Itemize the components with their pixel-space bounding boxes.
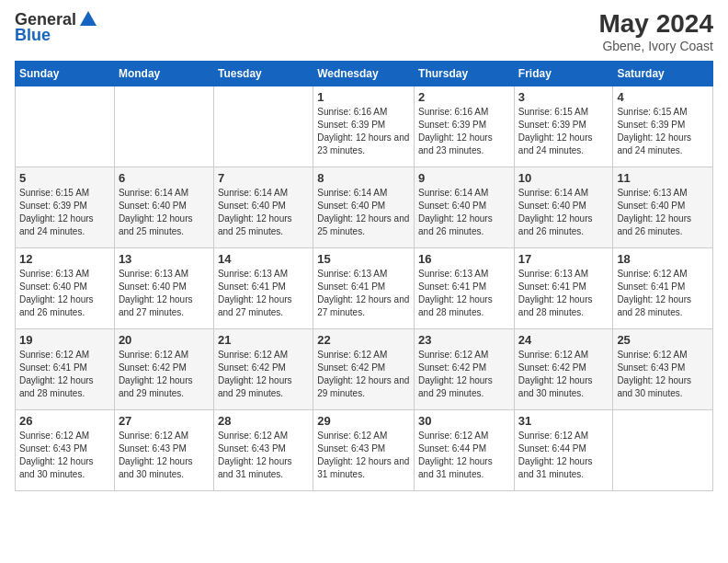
table-row: 10Sunrise: 6:14 AMSunset: 6:40 PMDayligh…: [514, 167, 613, 248]
day-number: 11: [617, 171, 709, 185]
calendar-week-row: 26Sunrise: 6:12 AMSunset: 6:43 PMDayligh…: [16, 410, 713, 491]
day-info: Sunrise: 6:13 AMSunset: 6:41 PMDaylight:…: [218, 268, 309, 319]
day-number: 27: [119, 414, 210, 428]
day-info: Sunrise: 6:12 AMSunset: 6:43 PMDaylight:…: [19, 430, 110, 481]
col-tuesday: Tuesday: [213, 62, 313, 86]
day-info: Sunrise: 6:14 AMSunset: 6:40 PMDaylight:…: [418, 187, 510, 238]
table-row: 2Sunrise: 6:16 AMSunset: 6:39 PMDaylight…: [415, 86, 515, 167]
day-number: 3: [518, 90, 609, 104]
day-number: 6: [119, 171, 210, 185]
table-row: 1Sunrise: 6:16 AMSunset: 6:39 PMDaylight…: [313, 86, 415, 167]
table-row: 31Sunrise: 6:12 AMSunset: 6:44 PMDayligh…: [514, 410, 613, 491]
header: General Blue May 2024 Gbene, Ivory Coast: [15, 9, 713, 53]
table-row: 18Sunrise: 6:12 AMSunset: 6:41 PMDayligh…: [613, 248, 713, 329]
table-row: 26Sunrise: 6:12 AMSunset: 6:43 PMDayligh…: [16, 410, 115, 491]
table-row: 11Sunrise: 6:13 AMSunset: 6:40 PMDayligh…: [613, 167, 713, 248]
table-row: 9Sunrise: 6:14 AMSunset: 6:40 PMDaylight…: [415, 167, 515, 248]
col-thursday: Thursday: [415, 62, 515, 86]
day-number: 12: [19, 252, 110, 266]
table-row: 22Sunrise: 6:12 AMSunset: 6:42 PMDayligh…: [313, 329, 415, 410]
day-info: Sunrise: 6:13 AMSunset: 6:40 PMDaylight:…: [617, 187, 709, 238]
table-row: 14Sunrise: 6:13 AMSunset: 6:41 PMDayligh…: [213, 248, 313, 329]
page: General Blue May 2024 Gbene, Ivory Coast…: [0, 0, 728, 563]
table-row: 3Sunrise: 6:15 AMSunset: 6:39 PMDaylight…: [514, 86, 613, 167]
location: Gbene, Ivory Coast: [598, 39, 713, 53]
table-row: 16Sunrise: 6:13 AMSunset: 6:41 PMDayligh…: [415, 248, 515, 329]
day-info: Sunrise: 6:15 AMSunset: 6:39 PMDaylight:…: [617, 106, 709, 157]
day-number: 4: [617, 90, 709, 104]
day-info: Sunrise: 6:14 AMSunset: 6:40 PMDaylight:…: [119, 187, 210, 238]
calendar-table: Sunday Monday Tuesday Wednesday Thursday…: [15, 61, 713, 491]
day-number: 1: [317, 90, 410, 104]
day-info: Sunrise: 6:14 AMSunset: 6:40 PMDaylight:…: [518, 187, 609, 238]
day-info: Sunrise: 6:13 AMSunset: 6:41 PMDaylight:…: [317, 268, 410, 319]
day-info: Sunrise: 6:12 AMSunset: 6:42 PMDaylight:…: [518, 349, 609, 400]
svg-marker-0: [80, 11, 97, 26]
day-number: 10: [518, 171, 609, 185]
day-info: Sunrise: 6:12 AMSunset: 6:42 PMDaylight:…: [418, 349, 510, 400]
calendar-week-row: 12Sunrise: 6:13 AMSunset: 6:40 PMDayligh…: [16, 248, 713, 329]
day-number: 23: [418, 333, 510, 347]
logo-icon: [78, 9, 98, 29]
day-info: Sunrise: 6:12 AMSunset: 6:42 PMDaylight:…: [119, 349, 210, 400]
day-info: Sunrise: 6:13 AMSunset: 6:40 PMDaylight:…: [19, 268, 110, 319]
day-info: Sunrise: 6:12 AMSunset: 6:42 PMDaylight:…: [317, 349, 410, 400]
col-saturday: Saturday: [613, 62, 713, 86]
day-info: Sunrise: 6:12 AMSunset: 6:44 PMDaylight:…: [518, 430, 609, 481]
day-number: 18: [617, 252, 709, 266]
table-row: 21Sunrise: 6:12 AMSunset: 6:42 PMDayligh…: [213, 329, 313, 410]
day-info: Sunrise: 6:12 AMSunset: 6:43 PMDaylight:…: [119, 430, 210, 481]
day-info: Sunrise: 6:13 AMSunset: 6:40 PMDaylight:…: [119, 268, 210, 319]
day-info: Sunrise: 6:13 AMSunset: 6:41 PMDaylight:…: [518, 268, 609, 319]
day-info: Sunrise: 6:12 AMSunset: 6:43 PMDaylight:…: [218, 430, 309, 481]
day-number: 9: [418, 171, 510, 185]
day-info: Sunrise: 6:14 AMSunset: 6:40 PMDaylight:…: [218, 187, 309, 238]
table-row: 12Sunrise: 6:13 AMSunset: 6:40 PMDayligh…: [16, 248, 115, 329]
col-friday: Friday: [514, 62, 613, 86]
day-number: 5: [19, 171, 110, 185]
day-number: 21: [218, 333, 309, 347]
table-row: 8Sunrise: 6:14 AMSunset: 6:40 PMDaylight…: [313, 167, 415, 248]
table-row: 24Sunrise: 6:12 AMSunset: 6:42 PMDayligh…: [514, 329, 613, 410]
table-row: 25Sunrise: 6:12 AMSunset: 6:43 PMDayligh…: [613, 329, 713, 410]
table-row: 5Sunrise: 6:15 AMSunset: 6:39 PMDaylight…: [16, 167, 115, 248]
day-info: Sunrise: 6:13 AMSunset: 6:41 PMDaylight:…: [418, 268, 510, 319]
table-row: [613, 410, 713, 491]
table-row: 23Sunrise: 6:12 AMSunset: 6:42 PMDayligh…: [415, 329, 515, 410]
calendar-header-row: Sunday Monday Tuesday Wednesday Thursday…: [16, 62, 713, 86]
table-row: 4Sunrise: 6:15 AMSunset: 6:39 PMDaylight…: [613, 86, 713, 167]
table-row: 15Sunrise: 6:13 AMSunset: 6:41 PMDayligh…: [313, 248, 415, 329]
title-block: May 2024 Gbene, Ivory Coast: [598, 9, 713, 53]
table-row: 20Sunrise: 6:12 AMSunset: 6:42 PMDayligh…: [114, 329, 213, 410]
table-row: [213, 86, 313, 167]
day-info: Sunrise: 6:15 AMSunset: 6:39 PMDaylight:…: [19, 187, 110, 238]
calendar-week-row: 1Sunrise: 6:16 AMSunset: 6:39 PMDaylight…: [16, 86, 713, 167]
day-number: 16: [418, 252, 510, 266]
calendar-week-row: 19Sunrise: 6:12 AMSunset: 6:41 PMDayligh…: [16, 329, 713, 410]
day-number: 25: [617, 333, 709, 347]
table-row: 13Sunrise: 6:13 AMSunset: 6:40 PMDayligh…: [114, 248, 213, 329]
table-row: 28Sunrise: 6:12 AMSunset: 6:43 PMDayligh…: [213, 410, 313, 491]
day-info: Sunrise: 6:12 AMSunset: 6:43 PMDaylight:…: [317, 430, 410, 481]
table-row: 19Sunrise: 6:12 AMSunset: 6:41 PMDayligh…: [16, 329, 115, 410]
calendar-week-row: 5Sunrise: 6:15 AMSunset: 6:39 PMDaylight…: [16, 167, 713, 248]
day-info: Sunrise: 6:16 AMSunset: 6:39 PMDaylight:…: [317, 106, 410, 157]
day-info: Sunrise: 6:16 AMSunset: 6:39 PMDaylight:…: [418, 106, 510, 157]
table-row: 27Sunrise: 6:12 AMSunset: 6:43 PMDayligh…: [114, 410, 213, 491]
col-wednesday: Wednesday: [313, 62, 415, 86]
day-info: Sunrise: 6:15 AMSunset: 6:39 PMDaylight:…: [518, 106, 609, 157]
day-number: 14: [218, 252, 309, 266]
day-number: 8: [317, 171, 410, 185]
table-row: 7Sunrise: 6:14 AMSunset: 6:40 PMDaylight…: [213, 167, 313, 248]
month-year: May 2024: [598, 9, 713, 39]
day-info: Sunrise: 6:12 AMSunset: 6:41 PMDaylight:…: [617, 268, 709, 319]
table-row: 17Sunrise: 6:13 AMSunset: 6:41 PMDayligh…: [514, 248, 613, 329]
day-number: 19: [19, 333, 110, 347]
logo: General Blue: [15, 9, 98, 45]
table-row: 30Sunrise: 6:12 AMSunset: 6:44 PMDayligh…: [415, 410, 515, 491]
table-row: [114, 86, 213, 167]
day-info: Sunrise: 6:12 AMSunset: 6:41 PMDaylight:…: [19, 349, 110, 400]
day-number: 31: [518, 414, 609, 428]
day-info: Sunrise: 6:12 AMSunset: 6:43 PMDaylight:…: [617, 349, 709, 400]
day-number: 17: [518, 252, 609, 266]
